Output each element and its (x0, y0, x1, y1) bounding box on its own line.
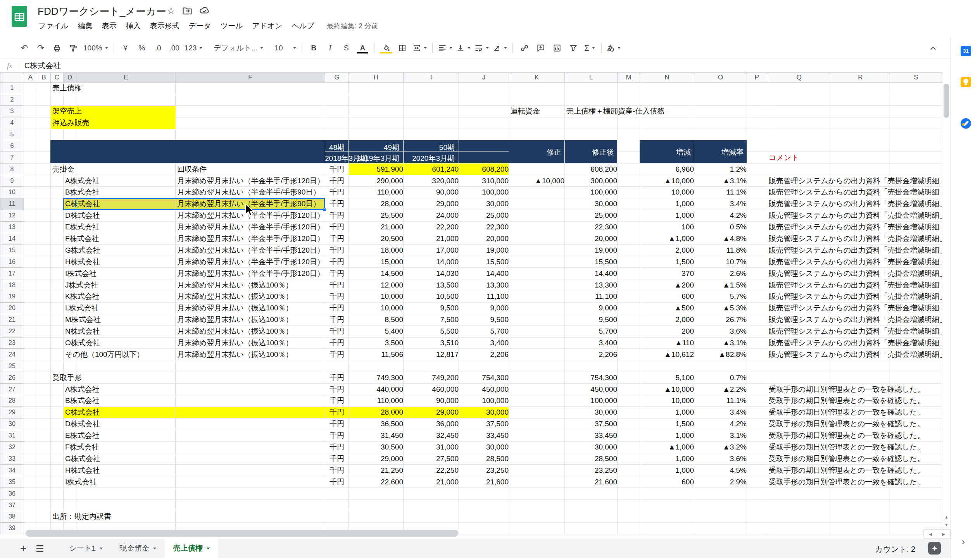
cell[interactable]: 4.2% (694, 418, 747, 430)
font-family-select[interactable]: デフォルト... (212, 41, 265, 55)
cell[interactable] (51, 384, 64, 395)
cell[interactable]: 月末締め翌月末払い（半金半手/手形120日） (176, 221, 325, 233)
cell[interactable]: 千円 (325, 337, 349, 349)
cell[interactable] (747, 268, 767, 279)
row-header-32[interactable]: 32 (0, 441, 24, 453)
row-header-38[interactable]: 38 (0, 511, 24, 522)
cell[interactable] (747, 175, 767, 187)
cell[interactable] (76, 372, 176, 384)
cell[interactable] (176, 465, 325, 476)
cell[interactable] (747, 233, 767, 245)
cell[interactable]: 320,000 (404, 175, 459, 187)
cell[interactable] (325, 83, 349, 94)
cell[interactable] (176, 384, 325, 395)
cell[interactable] (349, 511, 404, 522)
cell[interactable]: ▲110 (640, 337, 694, 349)
cell[interactable]: 受取手形の期日別管理表との一致を確認した。 (767, 465, 831, 476)
row-header-20[interactable]: 20 (0, 302, 24, 314)
cell[interactable] (64, 488, 76, 499)
cell[interactable] (618, 499, 640, 511)
cell[interactable]: 2.6% (694, 268, 747, 279)
cell[interactable] (459, 360, 509, 372)
cell[interactable] (24, 476, 37, 488)
sheet-tab-シート1[interactable]: シート1 (60, 539, 111, 558)
cell[interactable] (37, 83, 51, 94)
row-header-15[interactable]: 15 (0, 245, 24, 256)
cell[interactable] (747, 499, 767, 511)
cell[interactable]: H株式会社 (64, 465, 76, 476)
insert-chart-icon[interactable] (549, 41, 565, 55)
cell[interactable]: ▲3.1% (694, 337, 747, 349)
cell[interactable] (618, 245, 640, 256)
cell[interactable]: 37,500 (565, 418, 618, 430)
cell[interactable] (51, 245, 64, 256)
cell[interactable]: A株式会社 (64, 384, 76, 395)
cell[interactable]: 月末締め翌月末払い（振込100％） (176, 326, 325, 337)
cell[interactable] (831, 488, 890, 499)
cell[interactable] (51, 210, 64, 221)
row-header-18[interactable]: 18 (0, 279, 24, 291)
cell[interactable] (767, 164, 831, 175)
cell[interactable] (618, 233, 640, 245)
cell[interactable]: 10,000 (349, 291, 404, 303)
cell[interactable] (404, 105, 459, 117)
cell[interactable] (51, 453, 64, 465)
cell[interactable]: 出所：勘定内訳書 (51, 511, 64, 522)
column-header-G[interactable]: G (325, 73, 349, 83)
cell[interactable]: 千円 (325, 441, 349, 453)
cell[interactable]: 110,000 (349, 395, 404, 407)
row-header-33[interactable]: 33 (0, 453, 24, 465)
cell[interactable] (890, 499, 942, 511)
cell[interactable] (618, 418, 640, 430)
cell[interactable] (37, 314, 51, 326)
cell[interactable]: 10,000 (640, 395, 694, 407)
text-wrap-button[interactable] (473, 41, 491, 55)
cell[interactable]: 20,000 (565, 233, 618, 245)
cell[interactable]: 27,500 (404, 453, 459, 465)
cell[interactable]: 33,450 (565, 430, 618, 441)
cell[interactable] (890, 360, 942, 372)
cell[interactable]: ▲1.5% (694, 279, 747, 291)
cell[interactable] (37, 164, 51, 175)
cell[interactable] (24, 302, 37, 314)
cell[interactable] (767, 488, 831, 499)
cell[interactable]: 30,000 (565, 198, 618, 210)
cell[interactable] (694, 522, 747, 534)
cell[interactable] (37, 152, 51, 164)
cell[interactable] (349, 488, 404, 499)
cell[interactable]: 5,700 (565, 326, 618, 337)
cell[interactable]: 29,000 (404, 198, 459, 210)
cell[interactable] (325, 488, 349, 499)
cell[interactable] (618, 465, 640, 476)
menu-ファイル[interactable]: ファイル (38, 22, 69, 30)
cell[interactable]: 11,100 (565, 291, 618, 303)
cell[interactable] (37, 430, 51, 441)
cell[interactable] (767, 499, 831, 511)
cell[interactable] (831, 360, 890, 372)
column-header-F[interactable]: F (176, 73, 325, 83)
cell[interactable] (37, 488, 51, 499)
cell[interactable] (51, 268, 64, 279)
cell[interactable]: 千円 (325, 175, 349, 187)
cell[interactable] (37, 499, 51, 511)
cell[interactable]: ▲5.3% (694, 302, 747, 314)
column-header-C[interactable]: C (51, 73, 64, 83)
row-header-23[interactable]: 23 (0, 337, 24, 349)
cell[interactable] (24, 360, 37, 372)
cell[interactable] (176, 476, 325, 488)
cell[interactable] (176, 395, 325, 407)
cell[interactable]: 9,500 (404, 302, 459, 314)
cell[interactable] (51, 314, 64, 326)
row-header-37[interactable]: 37 (0, 499, 24, 511)
cell[interactable] (459, 117, 509, 129)
cell[interactable] (618, 476, 640, 488)
row-header-27[interactable]: 27 (0, 384, 24, 395)
cell[interactable] (565, 522, 618, 534)
cell[interactable] (51, 198, 64, 210)
cell[interactable] (24, 256, 37, 268)
cell[interactable] (747, 372, 767, 384)
row-header-35[interactable]: 35 (0, 476, 24, 488)
cell[interactable]: 19,000 (565, 245, 618, 256)
cell[interactable] (509, 198, 565, 210)
cell[interactable] (51, 175, 64, 187)
